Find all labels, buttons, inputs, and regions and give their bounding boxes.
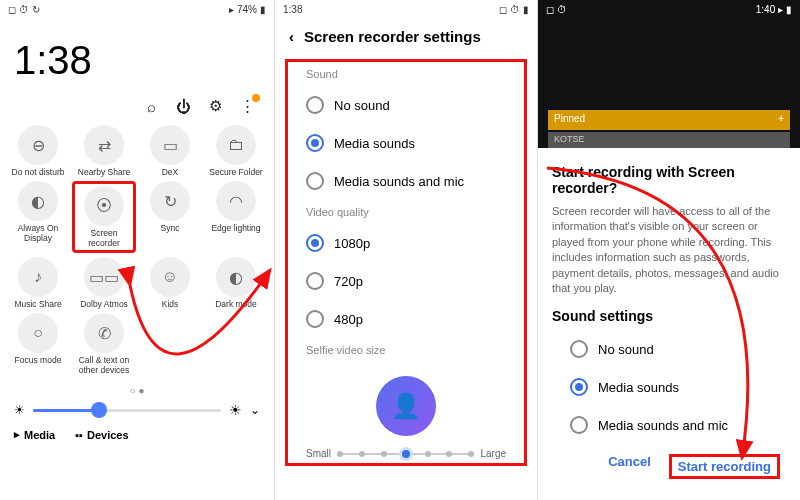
quick-panel: ◻ ⏱ ↻ ▸ 74% ▮ 1:38 ⌕ ⏻ ⚙ ⋮ ⊖Do not distu…: [0, 0, 274, 500]
radio-icon: [306, 172, 324, 190]
tile-screen-recorder[interactable]: ⦿Screen recorder: [72, 181, 136, 253]
start-recording-dialog: Start recording with Screen recorder? Sc…: [538, 148, 800, 500]
sun-bright-icon: ☀: [229, 402, 242, 418]
chevron-down-icon[interactable]: ⌄: [250, 403, 260, 417]
tile-label: Kids: [138, 300, 202, 309]
dialog-actions: Cancel Start recording: [552, 444, 786, 483]
option-label: 480p: [334, 312, 363, 327]
status-bar: 1:38 ◻ ⏱ ▮: [275, 0, 537, 18]
tile-label: Music Share: [6, 300, 70, 309]
power-icon[interactable]: ⏻: [174, 97, 192, 115]
tile-dex[interactable]: ▭DeX: [138, 125, 202, 177]
radio-icon: [306, 310, 324, 328]
tile-label: Screen recorder: [77, 229, 131, 248]
tile-focus-mode[interactable]: ○Focus mode: [6, 313, 70, 375]
option-label: Media sounds: [334, 136, 415, 151]
tile-icon: ◐: [18, 181, 58, 221]
tile-label: Dark mode: [204, 300, 268, 309]
tile-label: Nearby Share: [72, 168, 136, 177]
tile-dark-mode[interactable]: ◐Dark mode: [204, 257, 268, 309]
option-label: No sound: [334, 98, 390, 113]
video-quality-option[interactable]: 720p: [288, 262, 524, 300]
tile-icon: ▭: [150, 125, 190, 165]
tile-label: Call & text on other devices: [72, 356, 136, 375]
slider-max-label: Large: [480, 448, 506, 459]
tile-icon: ▭▭: [84, 257, 124, 297]
brightness-slider[interactable]: [33, 409, 221, 412]
tile-do-not-disturb[interactable]: ⊖Do not disturb: [6, 125, 70, 177]
sun-dim-icon: ☀: [14, 403, 25, 417]
tile-sync[interactable]: ↻Sync: [138, 181, 202, 253]
tile-label: Sync: [138, 224, 202, 233]
background-app: Pinned+ KOTSE: [538, 18, 800, 148]
video-quality-option[interactable]: 480p: [288, 300, 524, 338]
highlight-box: Sound No soundMedia soundsMedia sounds a…: [285, 59, 527, 466]
sound-settings-title: Sound settings: [552, 308, 786, 324]
tile-label: Edge lighting: [204, 224, 268, 233]
radio-icon: [306, 234, 324, 252]
tile-icon: ↻: [150, 181, 190, 221]
recorder-settings: 1:38 ◻ ⏱ ▮ ‹ Screen recorder settings So…: [274, 0, 538, 500]
brightness-row: ☀ ☀ ⌄: [0, 402, 274, 418]
tile-always-on-display[interactable]: ◐Always On Display: [6, 181, 70, 253]
tile-call-text-on-other-devices[interactable]: ✆Call & text on other devices: [72, 313, 136, 375]
radio-icon: [306, 272, 324, 290]
pinned-bar: Pinned+: [548, 110, 790, 130]
cancel-button[interactable]: Cancel: [608, 454, 651, 479]
avatar-icon: 👤: [376, 376, 436, 436]
tab-media[interactable]: ▸ Media: [14, 428, 55, 441]
page-indicator: ○ ●: [0, 379, 274, 402]
tile-icon: ◠: [216, 181, 256, 221]
back-icon[interactable]: ‹: [289, 28, 294, 45]
settings-header: ‹ Screen recorder settings: [275, 18, 537, 59]
tile-secure-folder[interactable]: 🗀Secure Folder: [204, 125, 268, 177]
selfie-size-slider-row: Small Large: [288, 444, 524, 463]
status-icons-left: ◻ ⏱ ↻: [8, 4, 40, 15]
page-title: Screen recorder settings: [304, 28, 481, 45]
tile-label: Do not disturb: [6, 168, 70, 177]
status-icons-left: ◻ ⏱: [546, 4, 567, 15]
tile-kids[interactable]: ☺Kids: [138, 257, 202, 309]
sound-option[interactable]: Media sounds: [552, 368, 786, 406]
status-icons-right: ▸ 74% ▮: [229, 4, 266, 15]
tile-icon: ⦿: [84, 186, 124, 226]
tile-dolby-atmos[interactable]: ▭▭Dolby Atmos: [72, 257, 136, 309]
list-item: KOTSE: [548, 132, 790, 148]
selfie-preview: 👤: [288, 362, 524, 444]
sound-option[interactable]: Media sounds and mic: [552, 406, 786, 444]
start-recording-button[interactable]: Start recording: [669, 454, 780, 479]
radio-icon: [306, 96, 324, 114]
start-dialog-panel: ◻ ⏱ 1:40 ▸ ▮ Pinned+ KOTSE Start recordi…: [538, 0, 800, 500]
search-icon[interactable]: ⌕: [142, 97, 160, 115]
status-time: 1:38: [283, 4, 302, 15]
quick-toolbar: ⌕ ⏻ ⚙ ⋮: [0, 91, 274, 121]
video-section-label: Video quality: [288, 200, 524, 224]
tile-label: Secure Folder: [204, 168, 268, 177]
sound-option[interactable]: No sound: [552, 330, 786, 368]
tab-devices[interactable]: ▪▪ Devices: [75, 428, 128, 441]
tile-music-share[interactable]: ♪Music Share: [6, 257, 70, 309]
more-icon[interactable]: ⋮: [238, 97, 256, 115]
radio-icon: [306, 134, 324, 152]
option-label: Media sounds and mic: [598, 418, 728, 433]
option-label: Media sounds: [598, 380, 679, 395]
sound-option[interactable]: Media sounds: [288, 124, 524, 162]
tiles-grid: ⊖Do not disturb⇄Nearby Share▭DeX🗀Secure …: [0, 121, 274, 379]
tile-label: Focus mode: [6, 356, 70, 365]
status-bar: ◻ ⏱ ↻ ▸ 74% ▮: [0, 0, 274, 18]
clock: 1:38: [0, 18, 274, 91]
option-label: Media sounds and mic: [334, 174, 464, 189]
tile-edge-lighting[interactable]: ◠Edge lighting: [204, 181, 268, 253]
tile-icon: ⇄: [84, 125, 124, 165]
tile-icon: ✆: [84, 313, 124, 353]
tile-icon: ☺: [150, 257, 190, 297]
tile-nearby-share[interactable]: ⇄Nearby Share: [72, 125, 136, 177]
sound-option[interactable]: Media sounds and mic: [288, 162, 524, 200]
sound-option[interactable]: No sound: [288, 86, 524, 124]
video-quality-option[interactable]: 1080p: [288, 224, 524, 262]
settings-icon[interactable]: ⚙: [206, 97, 224, 115]
dialog-title: Start recording with Screen recorder?: [552, 164, 786, 196]
tile-icon: ○: [18, 313, 58, 353]
selfie-size-slider[interactable]: [337, 453, 474, 455]
tile-icon: ⊖: [18, 125, 58, 165]
